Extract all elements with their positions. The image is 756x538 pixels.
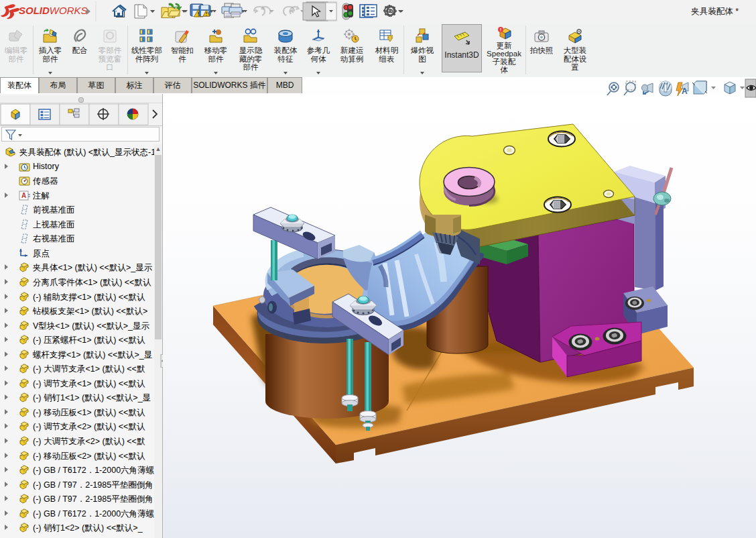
svg-text:A: A	[682, 87, 688, 96]
svg-text:SOLIDWORKS: SOLIDWORKS	[19, 5, 88, 16]
svg-text:A: A	[21, 192, 26, 199]
